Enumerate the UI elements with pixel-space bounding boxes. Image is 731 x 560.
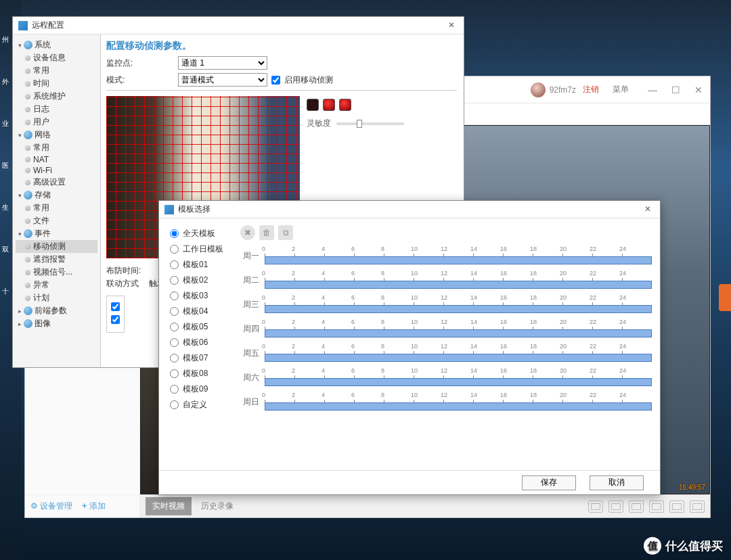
schedule-row-4: 周五 xyxy=(240,343,652,363)
tpl-option-1[interactable]: 工作日模板 xyxy=(170,243,235,255)
tree-nat[interactable]: NAT xyxy=(16,154,97,165)
tpl-option-4[interactable]: 模板03 xyxy=(170,290,235,302)
tree-abnormal[interactable]: 异常 xyxy=(16,279,97,291)
logout-link[interactable]: 注销 xyxy=(583,84,599,95)
timeline[interactable] xyxy=(265,246,652,266)
schedule-row-3: 周四 xyxy=(240,319,652,339)
tree-net-common[interactable]: 常用 xyxy=(16,141,97,154)
linkage-check-1[interactable] xyxy=(111,302,120,311)
tree-system[interactable]: ▾系统 xyxy=(16,39,97,51)
tab-realtime[interactable]: 实时视频 xyxy=(146,497,192,515)
timeline[interactable] xyxy=(265,392,652,412)
minimize-button[interactable]: — xyxy=(641,85,664,95)
close-button[interactable]: ✕ xyxy=(687,85,710,95)
tree-st-common[interactable]: 常用 xyxy=(16,202,97,214)
area-fill2-icon[interactable] xyxy=(339,99,351,111)
tpl-copy-icon[interactable]: ⧉ xyxy=(278,225,293,240)
day-label: 周二 xyxy=(240,275,259,286)
tree-vsig[interactable]: 视频信号... xyxy=(16,266,97,279)
remote-titlebar: 远程配置 ✕ xyxy=(13,17,464,34)
area-fill-icon[interactable] xyxy=(323,99,335,111)
tpl-option-6[interactable]: 模板05 xyxy=(170,321,235,333)
tree-tamper[interactable]: 遮挡报警 xyxy=(16,253,97,266)
tree-common[interactable]: 常用 xyxy=(16,64,97,77)
tree-motion[interactable]: 移动侦测 xyxy=(16,240,97,253)
tree-user[interactable]: 用户 xyxy=(16,116,97,129)
tpl-option-11[interactable]: 自定义 xyxy=(170,399,235,411)
enable-motion-label: 启用移动侦测 xyxy=(284,74,333,86)
tree-time[interactable]: 时间 xyxy=(16,77,97,90)
layout-4x4-icon[interactable] xyxy=(669,500,684,513)
tree-storage[interactable]: ▾存储 xyxy=(16,189,97,202)
enable-motion-checkbox[interactable] xyxy=(271,76,280,85)
layout-1x1-icon[interactable] xyxy=(608,500,623,513)
mode-select[interactable]: 普通模式 xyxy=(178,73,267,87)
device-manage[interactable]: 设备管理 xyxy=(30,500,72,512)
channel-select[interactable]: 通道 1 xyxy=(178,56,267,70)
linkage-check-2[interactable] xyxy=(111,315,120,324)
area-clear-icon[interactable] xyxy=(307,99,319,111)
day-label: 周日 xyxy=(240,396,259,408)
tpl-option-9[interactable]: 模板08 xyxy=(170,368,235,379)
link-method-label: 联动方式 xyxy=(106,278,139,289)
tree-log[interactable]: 日志 xyxy=(16,103,97,116)
tree-wifi[interactable]: Wi-Fi xyxy=(16,165,97,176)
tree-image[interactable]: ▸图像 xyxy=(16,317,97,330)
avatar-icon[interactable] xyxy=(531,83,546,97)
tpl-delete-icon[interactable]: ✖ xyxy=(240,225,255,240)
sensitivity-slider[interactable] xyxy=(336,122,404,125)
timeline[interactable] xyxy=(265,294,652,314)
day-label: 周四 xyxy=(240,323,259,335)
cancel-button[interactable]: 取消 xyxy=(590,475,644,490)
tree-maint[interactable]: 系统维护 xyxy=(16,90,97,103)
schedule-row-0: 周一 xyxy=(240,246,652,266)
watermark: 值什么值得买 xyxy=(644,537,723,555)
close-icon[interactable]: ✕ xyxy=(641,203,655,216)
schedule-list: 周一周二周三周四周五周六周日 xyxy=(240,246,652,412)
maximize-button[interactable]: ☐ xyxy=(664,85,687,95)
add-device[interactable]: 添加 xyxy=(82,500,105,512)
tpl-option-0[interactable]: 全天模板 xyxy=(170,228,235,239)
content-heading: 配置移动侦测参数。 xyxy=(106,40,457,52)
schedule-row-2: 周三 xyxy=(240,294,652,314)
layout-3x3-icon[interactable] xyxy=(649,500,664,513)
tree-file[interactable]: 文件 xyxy=(16,214,97,227)
timeline[interactable] xyxy=(265,343,652,363)
menu-button[interactable]: 菜单 xyxy=(613,84,629,95)
tpl-option-2[interactable]: 模板01 xyxy=(170,259,235,271)
mode-label: 模式: xyxy=(106,74,174,86)
tpl-option-5[interactable]: 模板04 xyxy=(170,306,235,317)
linkage-box xyxy=(106,296,125,333)
point-label: 监控点: xyxy=(106,57,174,69)
tpl-titlebar: 模板选择 ✕ xyxy=(159,201,660,218)
tpl-option-3[interactable]: 模板02 xyxy=(170,275,235,286)
arm-time-label: 布防时间: xyxy=(106,266,141,275)
username: 92fm7z xyxy=(550,85,576,95)
layout-custom-icon[interactable] xyxy=(690,500,705,513)
close-icon[interactable]: ✕ xyxy=(445,19,458,32)
side-tab-icon[interactable] xyxy=(719,284,731,311)
tree-cam[interactable]: ▸前端参数 xyxy=(16,304,97,317)
nav-tree: ▾系统 设备信息 常用 时间 系统维护 日志 用户 ▾网络 常用 NAT Wi-… xyxy=(13,34,101,367)
layout-2x2-icon[interactable] xyxy=(629,500,644,513)
tpl-option-8[interactable]: 模板07 xyxy=(170,352,235,364)
schedule-row-1: 周二 xyxy=(240,270,652,290)
fullscreen-icon[interactable] xyxy=(588,500,603,513)
tree-adv[interactable]: 高级设置 xyxy=(16,176,97,189)
tree-network[interactable]: ▾网络 xyxy=(16,129,97,141)
tree-plan[interactable]: 计划 xyxy=(16,291,97,304)
tpl-option-10[interactable]: 模板09 xyxy=(170,383,235,395)
tree-devinfo[interactable]: 设备信息 xyxy=(16,51,97,64)
app-logo-icon xyxy=(164,205,174,214)
timeline[interactable] xyxy=(265,319,652,339)
schedule-row-5: 周六 xyxy=(240,367,652,388)
tree-event[interactable]: ▾事件 xyxy=(16,227,97,240)
timeline[interactable] xyxy=(265,367,652,388)
tpl-option-7[interactable]: 模板06 xyxy=(170,337,235,348)
day-label: 周三 xyxy=(240,299,259,310)
tpl-trash-icon[interactable]: 🗑 xyxy=(259,225,274,240)
tab-history[interactable]: 历史录像 xyxy=(194,497,240,515)
day-label: 周六 xyxy=(240,372,259,383)
timeline[interactable] xyxy=(265,270,652,290)
save-button[interactable]: 保存 xyxy=(522,475,576,490)
